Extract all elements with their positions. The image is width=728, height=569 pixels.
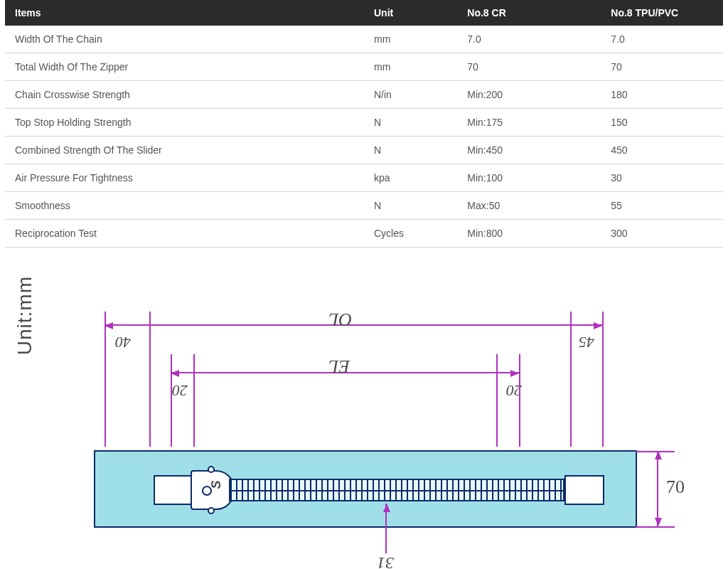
table-row: Chain Crosswise StrengthN/inMin:200180 [5, 81, 723, 109]
dim-right-margin: 45 [579, 333, 594, 351]
table-row: Width Of The Chainmm7.07.0 [5, 26, 723, 53]
unit-column: Unit:mm [5, 269, 44, 569]
ext-line [519, 354, 520, 447]
ext-line [636, 451, 675, 452]
slider-mark: S [209, 480, 224, 489]
unit-label: Unit:mm [14, 276, 36, 355]
ext-line [149, 312, 151, 447]
th-items: Items [5, 0, 364, 26]
ext-line [496, 354, 498, 447]
dim-offset-line [385, 504, 387, 553]
table-row: SmoothnessNMax:5055 [5, 192, 723, 220]
zipper-slider: S [191, 470, 235, 510]
diagram-body: OL 40 45 EL 20 20 [44, 269, 723, 569]
table-body: Width Of The Chainmm7.07.0 Total Width O… [5, 26, 723, 248]
slider-pin-icon [208, 507, 215, 514]
zipper-chain [229, 479, 564, 501]
dim-left-gap: 20 [172, 381, 188, 400]
table-row: Combined Strength Of The SliderNMin:4504… [5, 137, 723, 164]
th-cr: No.8 CR [457, 0, 601, 26]
zipper-stop-left [154, 475, 193, 505]
spec-table: Items Unit No.8 CR No.8 TPU/PVC Width Of… [5, 0, 723, 248]
th-unit: Unit [364, 0, 457, 26]
ext-line [570, 312, 572, 447]
dim-el-label: EL [328, 356, 350, 377]
dim-width-line [657, 451, 658, 526]
table-row: Total Width Of The Zippermm7070 [5, 53, 723, 81]
table-row: Reciprocation TestCyclesMin:800300 [5, 220, 723, 248]
th-tpu: No.8 TPU/PVC [601, 0, 723, 26]
ext-line [602, 312, 604, 447]
dim-chain-offset: 31 [377, 553, 394, 569]
ext-line [636, 526, 675, 528]
zipper-illustration: S [94, 450, 637, 528]
slider-pin-icon [208, 466, 215, 473]
dim-ol-line [105, 324, 602, 326]
zipper-stop-right [564, 475, 604, 505]
dim-ol-label: OL [328, 309, 352, 330]
ext-line [105, 312, 106, 447]
ext-line [171, 354, 172, 447]
table-row: Air Pressure For TightnesskpaMin:10030 [5, 164, 723, 192]
table-row: Top Stop Holding StrengthNMin:175150 [5, 109, 723, 137]
dim-tape-width: 70 [666, 477, 685, 498]
dim-left-margin: 40 [115, 333, 131, 351]
ext-line [193, 354, 195, 447]
table-header: Items Unit No.8 CR No.8 TPU/PVC [5, 0, 723, 26]
zipper-diagram: Unit:mm OL 40 45 EL 20 20 [5, 269, 723, 569]
